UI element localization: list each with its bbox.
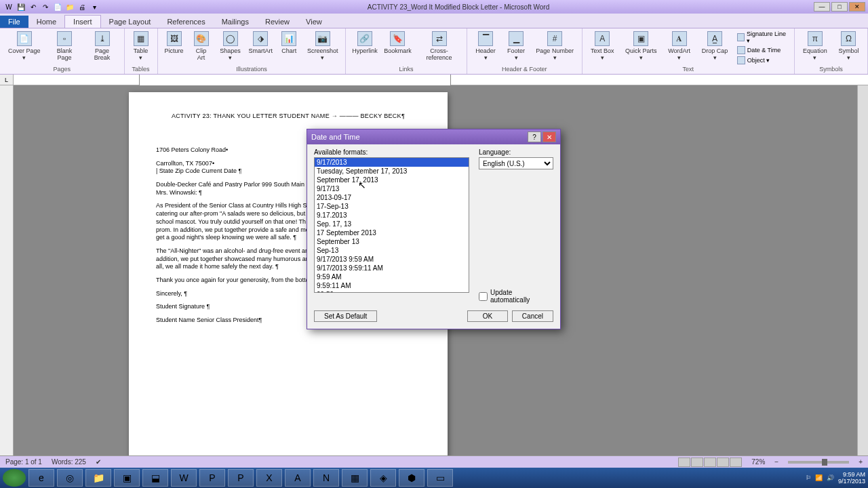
qat-more-icon[interactable]: ▾ <box>90 2 99 12</box>
smartart-button[interactable]: ⬗SmartArt <box>248 30 275 56</box>
format-option[interactable]: 9/17/2013 <box>315 158 469 167</box>
web-layout-view[interactable] <box>704 458 716 467</box>
save-icon[interactable]: 💾 <box>16 2 26 12</box>
format-option[interactable]: 2013-09-17 <box>315 193 469 202</box>
picture-button[interactable]: 🖼Picture <box>162 30 186 56</box>
tray-network-icon[interactable]: 📶 <box>815 474 823 481</box>
page-number-button[interactable]: #Page Number ▾ <box>532 30 578 62</box>
chart-button[interactable]: 📊Chart <box>277 30 301 56</box>
full-screen-view[interactable] <box>691 458 703 467</box>
print-layout-view[interactable] <box>678 458 690 467</box>
vertical-scrollbar[interactable] <box>857 85 868 468</box>
proof-icon[interactable]: ✔ <box>96 458 101 466</box>
taskbar-powerpoint-icon[interactable]: P <box>228 469 254 487</box>
table-button[interactable]: ▦Table ▾ <box>129 30 153 62</box>
taskbar-excel-icon[interactable]: X <box>256 469 282 487</box>
tray-flag-icon[interactable]: ⚐ <box>806 474 811 481</box>
format-option[interactable]: Tuesday, September 17, 2013 <box>315 167 469 176</box>
taskbar-ie-icon[interactable]: e <box>28 469 54 487</box>
horizontal-ruler[interactable] <box>14 75 868 85</box>
cancel-button[interactable]: Cancel <box>512 310 553 322</box>
taskbar-publisher-icon[interactable]: P <box>199 469 225 487</box>
blank-page-button[interactable]: ▫Blank Page <box>47 30 82 62</box>
tab-references[interactable]: References <box>159 16 213 28</box>
taskbar-chrome-icon[interactable]: ◎ <box>57 469 83 487</box>
taskbar-app5-icon[interactable]: ▭ <box>427 469 453 487</box>
start-button[interactable] <box>3 469 26 487</box>
outline-view[interactable] <box>717 458 729 467</box>
tab-mailings[interactable]: Mailings <box>214 16 257 28</box>
object-button[interactable]: Object ▾ <box>735 56 790 65</box>
screenshot-button[interactable]: 📷Screenshot ▾ <box>304 30 341 62</box>
header-button[interactable]: ▔Header ▾ <box>471 30 500 62</box>
format-option[interactable]: September 13 <box>315 237 469 246</box>
tray-volume-icon[interactable]: 🔊 <box>827 474 834 481</box>
clip-art-button[interactable]: 🎨Clip Art <box>189 30 214 62</box>
date-time-button[interactable]: Date & Time <box>735 45 790 55</box>
shapes-button[interactable]: ◯Shapes ▾ <box>216 30 245 62</box>
taskbar-app4-icon[interactable]: ⬢ <box>399 469 425 487</box>
vertical-ruler[interactable] <box>0 85 14 468</box>
format-option[interactable]: 9.17.2013 <box>315 211 469 220</box>
hyperlink-button[interactable]: 🔗Hyperlink <box>350 30 379 56</box>
dialog-help-button[interactable]: ? <box>528 131 541 142</box>
equation-button[interactable]: πEquation ▾ <box>799 30 831 62</box>
ruler-toggle[interactable]: L <box>0 75 14 85</box>
page-break-button[interactable]: ⤓Page Break <box>85 30 120 62</box>
new-icon[interactable]: 📄 <box>53 2 62 12</box>
draft-view[interactable] <box>730 458 742 467</box>
tab-page-layout[interactable]: Page Layout <box>101 16 159 28</box>
open-icon[interactable]: 📁 <box>65 2 75 12</box>
page-status[interactable]: Page: 1 of 1 <box>5 458 42 466</box>
tray-clock[interactable]: 9:59 AM 9/17/2013 <box>838 471 865 485</box>
drop-cap-button[interactable]: A̲Drop Cap ▾ <box>697 30 732 62</box>
footer-button[interactable]: ▁Footer ▾ <box>502 30 529 62</box>
taskbar-word-icon[interactable]: W <box>171 469 197 487</box>
formats-listbox[interactable]: 9/17/2013Tuesday, September 17, 2013Sept… <box>314 157 469 293</box>
format-option[interactable]: 9/17/2013 9:59 AM <box>315 255 469 264</box>
taskbar-app3-icon[interactable]: ◈ <box>370 469 396 487</box>
maximize-button[interactable]: □ <box>831 2 848 12</box>
tab-insert[interactable]: Insert <box>64 15 101 28</box>
dialog-close-button[interactable]: ✕ <box>542 131 556 142</box>
language-select[interactable]: English (U.S.) <box>479 157 553 169</box>
minimize-button[interactable]: — <box>814 2 830 12</box>
taskbar-app-icon[interactable]: ▣ <box>114 469 140 487</box>
tab-view[interactable]: View <box>298 16 330 28</box>
format-option[interactable]: 17-Sep-13 <box>315 202 469 211</box>
taskbar-explorer-icon[interactable]: 📁 <box>85 469 111 487</box>
format-option[interactable]: September 17, 2013 <box>315 176 469 184</box>
cover-page-button[interactable]: 📄Cover Page ▾ <box>4 30 45 62</box>
quick-parts-button[interactable]: ▣Quick Parts ▾ <box>621 30 661 62</box>
format-option[interactable]: 9:59 AM <box>315 272 469 281</box>
symbol-button[interactable]: ΩSymbol ▾ <box>834 30 863 62</box>
undo-icon[interactable]: ↶ <box>28 2 38 12</box>
format-option[interactable]: Sep. 17, 13 <box>315 220 469 228</box>
tab-home[interactable]: Home <box>28 16 64 28</box>
zoom-slider[interactable] <box>788 461 849 464</box>
redo-icon[interactable]: ↷ <box>41 2 50 12</box>
format-option[interactable]: 9:59:11 AM <box>315 281 469 290</box>
taskbar-access-icon[interactable]: A <box>285 469 311 487</box>
cross-reference-button[interactable]: ⇄Cross-reference <box>416 30 462 62</box>
set-as-default-button[interactable]: Set As Default <box>314 310 377 322</box>
taskbar-app2-icon[interactable]: ▦ <box>342 469 368 487</box>
file-tab[interactable]: File <box>0 16 28 28</box>
format-option[interactable]: 9/17/13 <box>315 184 469 193</box>
text-box-button[interactable]: AText Box ▾ <box>587 30 618 62</box>
format-option[interactable]: 9/17/2013 9:59:11 AM <box>315 264 469 272</box>
print-icon[interactable]: 🖨 <box>77 2 87 12</box>
ok-button[interactable]: OK <box>467 310 508 322</box>
taskbar-onenote-icon[interactable]: N <box>313 469 339 487</box>
format-option[interactable]: 09:59 <box>315 290 469 293</box>
close-button[interactable]: ✕ <box>849 2 865 12</box>
format-option[interactable]: Sep-13 <box>315 246 469 255</box>
zoom-out-button[interactable]: − <box>774 458 778 466</box>
tab-review[interactable]: Review <box>257 16 298 28</box>
word-count[interactable]: Words: 225 <box>52 458 86 466</box>
update-automatically-checkbox[interactable] <box>479 292 488 301</box>
zoom-in-button[interactable]: + <box>859 458 863 466</box>
format-option[interactable]: 17 September 2013 <box>315 228 469 237</box>
taskbar-dropbox-icon[interactable]: ⬓ <box>142 469 168 487</box>
dialog-titlebar[interactable]: Date and Time ? ✕ <box>307 129 560 144</box>
